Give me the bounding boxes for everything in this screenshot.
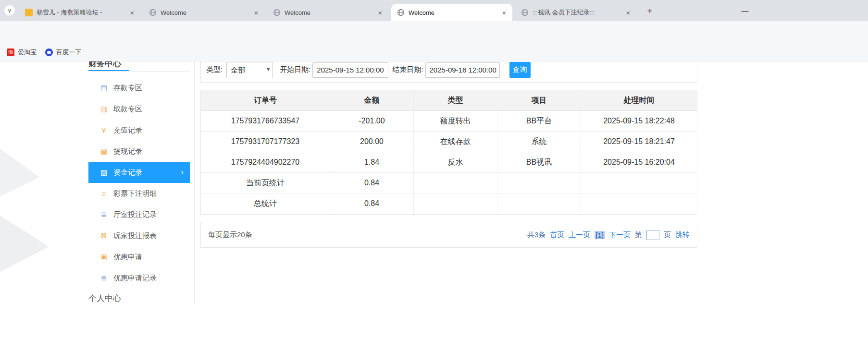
recharge-yen-icon: ¥ <box>99 126 109 134</box>
tab-search-chevron-icon[interactable]: ∨ <box>4 5 15 16</box>
sidebar-item-recharge-records[interactable]: ¥ 充值记录 <box>88 120 190 141</box>
tab-close-icon[interactable]: × <box>128 9 136 17</box>
sidebar-item-label: 厅室投注记录 <box>113 210 157 219</box>
cell-project: BB平台 <box>497 111 581 132</box>
cell-process-time: 2025-09-15 16:20:04 <box>581 152 697 173</box>
list-icon: ≣ <box>99 210 109 219</box>
tab-strip: ∨ 杨雪儿 - 海燕策略论坛 - × Welcome × Welcome × W… <box>0 0 868 21</box>
bookmark-label: 百度一下 <box>56 48 81 57</box>
tab-title: :::视讯 会员下注纪录::: <box>533 8 622 17</box>
sidebar-item-label: 彩票下注明细 <box>113 189 157 198</box>
tab-close-icon[interactable]: × <box>252 9 260 17</box>
cell-empty <box>497 193 581 214</box>
records-table: 订单号 金额 类型 项目 处理时间 1757931766733547 -201.… <box>200 90 697 215</box>
bookmarks-bar: 淘 爱淘宝 百度一下 <box>0 43 868 61</box>
page-content: 财务中心 ▤ 存款专区 ▥ 取款专区 ¥ 充值记录 ▦ 提现记录 ▧ 资金记录 <box>0 61 868 350</box>
wallet-icon: ▦ <box>99 147 109 156</box>
end-date-label: 结束日期: <box>392 65 423 74</box>
type-label: 类型: <box>206 65 223 74</box>
sidebar-item-hall-bet-records[interactable]: ≣ 厅室投注记录 <box>88 204 190 225</box>
cell-project: BB视讯 <box>497 152 581 173</box>
bookmark-item-aitaobao[interactable]: 淘 爱淘宝 <box>4 47 39 58</box>
sidebar-section-finance: 财务中心 <box>88 61 121 70</box>
sidebar-item-player-bet-report[interactable]: ⊠ 玩家投注报表 <box>88 225 190 246</box>
prev-page-link[interactable]: 上一页 <box>569 230 590 240</box>
start-date-input[interactable] <box>312 62 388 78</box>
tab-close-icon[interactable]: × <box>624 9 632 17</box>
type-select[interactable]: 全部 <box>226 62 273 78</box>
sidebar-item-promo-apply-records[interactable]: ≣ 优惠申请记录 <box>88 267 190 289</box>
cell-amount: 200.00 <box>330 132 414 152</box>
cell-amount: -201.00 <box>330 111 414 132</box>
cell-empty <box>414 193 497 214</box>
list-icon: ≡ <box>99 190 109 198</box>
current-page-indicator: [1] <box>595 231 605 239</box>
browser-window: ∨ 杨雪儿 - 海燕策略论坛 - × Welcome × Welcome × W… <box>0 0 868 350</box>
sidebar-item-deposit-zone[interactable]: ▤ 存款专区 <box>88 77 190 98</box>
jump-page-input[interactable] <box>646 230 659 240</box>
sidebar-item-label: 优惠申请 <box>113 253 142 262</box>
header-amount: 金额 <box>330 90 414 111</box>
forum-favicon-icon <box>25 9 33 16</box>
taobao-icon: 淘 <box>7 48 14 56</box>
cell-process-time: 2025-09-15 18:21:47 <box>581 132 697 152</box>
pagination-controls: 共3条 首页 上一页 [1] 下一页 第 页 跳转 <box>527 230 690 240</box>
funds-wallet-icon: ▧ <box>99 168 109 177</box>
tab-welcome-1[interactable]: Welcome × <box>143 4 264 21</box>
globe-favicon-icon <box>149 9 157 16</box>
window-minimize-button[interactable]: — <box>737 4 753 17</box>
bookmark-item-baidu[interactable]: 百度一下 <box>42 47 84 58</box>
header-type: 类型 <box>414 90 497 111</box>
page-size-text: 每页显示20条 <box>208 230 252 240</box>
tab-title: Welcome <box>409 9 498 16</box>
tab-forum[interactable]: 杨雪儿 - 海燕策略论坛 - × <box>19 4 140 21</box>
tab-welcome-2[interactable]: Welcome × <box>267 4 388 21</box>
cell-amount: 1.84 <box>330 152 414 173</box>
sidebar-divider <box>88 71 190 72</box>
navigation-bar: ← → ↻ ⌂ js13.cc/hhcp/usercenter.html?ini… <box>0 21 868 43</box>
sidebar-item-label: 充值记录 <box>113 126 142 135</box>
tab-title: 杨雪儿 - 海燕策略论坛 - <box>37 8 126 17</box>
cell-empty <box>581 193 697 214</box>
sidebar-item-promo-apply[interactable]: ▣ 优惠申请 <box>88 246 190 267</box>
sidebar-item-label: 取款专区 <box>113 105 142 114</box>
cell-type: 反水 <box>414 152 497 173</box>
tab-video-records[interactable]: :::视讯 会员下注纪录::: × <box>515 4 636 21</box>
sidebar-item-funds-records[interactable]: ▧ 资金记录 › <box>88 162 190 183</box>
tab-close-icon[interactable]: × <box>376 9 384 17</box>
promo-ticket-icon: ▣ <box>99 253 109 261</box>
new-tab-button[interactable]: + <box>644 5 656 17</box>
header-process-time: 处理时间 <box>581 90 697 111</box>
sidebar-item-label: 存款专区 <box>113 84 142 93</box>
next-page-link[interactable]: 下一页 <box>609 230 631 240</box>
header-order-no: 订单号 <box>201 90 330 111</box>
globe-favicon-icon <box>397 9 405 16</box>
cell-project: 系统 <box>497 132 581 152</box>
bookmark-label: 爱淘宝 <box>18 48 37 57</box>
cell-amount: 0.84 <box>330 193 414 214</box>
start-date-label: 开始日期: <box>280 65 310 74</box>
header-project: 项目 <box>497 90 581 111</box>
list-icon: ≣ <box>99 274 109 282</box>
sidebar-item-label: 玩家投注报表 <box>113 231 157 241</box>
cell-type: 在线存款 <box>414 132 497 152</box>
sidebar-section-personal[interactable]: 个人中心 <box>88 293 121 304</box>
sidebar-item-withdraw-zone[interactable]: ▥ 取款专区 <box>88 98 190 120</box>
pagination-bar: 每页显示20条 共3条 首页 上一页 [1] 下一页 第 页 跳转 <box>200 222 697 248</box>
tab-title: Welcome <box>161 9 250 16</box>
end-date-input[interactable] <box>425 62 500 78</box>
chevron-right-icon: › <box>181 168 184 177</box>
query-button[interactable]: 查询 <box>509 62 531 78</box>
cell-amount: 0.84 <box>330 173 414 193</box>
sidebar-menu: ▤ 存款专区 ▥ 取款专区 ¥ 充值记录 ▦ 提现记录 ▧ 资金记录 › ≡ <box>88 77 190 289</box>
tab-close-icon[interactable]: × <box>500 9 508 17</box>
cell-empty <box>414 173 497 193</box>
sidebar-item-withdraw-records[interactable]: ▦ 提现记录 <box>88 141 190 162</box>
jump-button[interactable]: 跳转 <box>675 230 690 240</box>
deposit-card-icon: ▤ <box>99 84 109 92</box>
cell-process-time: 2025-09-15 18:22:48 <box>581 111 697 132</box>
sidebar-item-label: 资金记录 <box>113 168 142 177</box>
first-page-link[interactable]: 首页 <box>550 230 564 240</box>
tab-welcome-active[interactable]: Welcome × <box>391 4 512 21</box>
sidebar-item-lottery-bet-details[interactable]: ≡ 彩票下注明细 <box>88 183 190 204</box>
